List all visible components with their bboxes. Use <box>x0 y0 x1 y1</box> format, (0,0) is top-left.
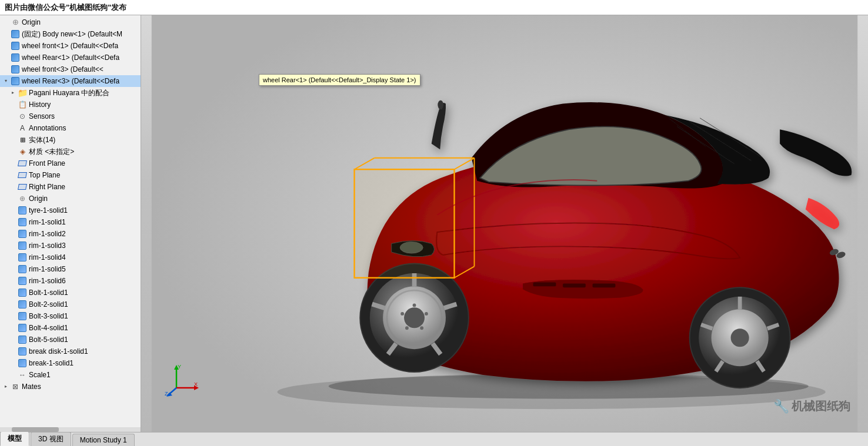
expand-icon-history <box>9 101 16 108</box>
item-icon-tyre-1-solid1 <box>18 206 27 215</box>
item-label-front-plane: Front Plane <box>29 158 65 169</box>
expand-icon-mates[interactable]: ▸ <box>2 383 9 390</box>
item-label-rim-1-solid2: rim-1-solid2 <box>29 229 66 239</box>
svg-rect-10 <box>593 283 616 287</box>
item-icon-body-new <box>11 29 20 39</box>
svg-point-24 <box>405 326 409 330</box>
axes-svg: Y X Z <box>165 361 200 397</box>
item-icon-right-plane <box>18 182 27 192</box>
expand-icon-solid14 <box>9 136 16 143</box>
expand-icon-top-plane <box>9 172 16 179</box>
svg-rect-36 <box>355 169 455 278</box>
car-svg <box>141 15 868 432</box>
item-icon-rim-1-solid5 <box>18 264 27 274</box>
svg-point-23 <box>420 326 423 330</box>
item-icon-pagani-config: 📁 <box>18 88 27 98</box>
tree-item-wheel-front3[interactable]: wheel front<3> (Default<< <box>0 63 141 75</box>
expand-icon-wheel-rear3[interactable]: ▾ <box>2 78 9 85</box>
item-label-rim-1-solid3: rim-1-solid3 <box>29 240 66 251</box>
tree-item-rim-1-solid4[interactable]: rim-1-solid4 <box>0 251 141 263</box>
tree-item-pagani-config[interactable]: ▸📁Pagani Huayara 中的配合 <box>0 87 141 99</box>
svg-point-11 <box>438 100 443 110</box>
tree-item-front-plane[interactable]: Front Plane <box>0 157 141 169</box>
item-label-rim-1-solid6: rim-1-solid6 <box>29 276 66 286</box>
horizontal-scrollbar[interactable] <box>0 427 141 432</box>
tree-item-bolt-3-solid1[interactable]: Bolt-3-solid1 <box>0 310 141 322</box>
item-label-bolt-5-solid1: Bolt-5-solid1 <box>29 334 68 345</box>
item-icon-rim-1-solid2 <box>18 229 27 239</box>
expand-icon-break-1-solid1 <box>9 360 16 367</box>
expand-icon-bolt-4-solid1 <box>9 324 16 331</box>
item-label-material: 材质 <未指定> <box>29 146 74 157</box>
tree-item-rim-1-solid2[interactable]: rim-1-solid2 <box>0 228 141 240</box>
main-area: ⊕Origin(固定) Body new<1> (Default<Mwheel … <box>0 15 868 432</box>
watermark-text: 机械图纸狗 <box>792 398 850 414</box>
tab-1[interactable]: 3D 视图 <box>31 432 71 446</box>
item-label-bolt-4-solid1: Bolt-4-solid1 <box>29 323 68 333</box>
item-label-break-1-solid1: break-1-solid1 <box>29 358 74 368</box>
tree-item-sensors[interactable]: ⊙Sensors <box>0 110 141 122</box>
item-icon-bolt-3-solid1 <box>18 311 27 321</box>
tree-item-rim-1-solid3[interactable]: rim-1-solid3 <box>0 240 141 251</box>
tree-item-history[interactable]: 📋History <box>0 99 141 110</box>
item-label-sensors: Sensors <box>29 111 55 122</box>
svg-rect-9 <box>563 283 586 287</box>
item-label-tyre-1-solid1: tyre-1-solid1 <box>29 205 68 216</box>
tree-item-rim-1-solid1[interactable]: rim-1-solid1 <box>0 216 141 228</box>
expand-icon-rim-1-solid4 <box>9 254 16 261</box>
tree-item-right-plane[interactable]: Right Plane <box>0 181 141 193</box>
svg-text:X: X <box>194 381 198 387</box>
expand-icon-rim-1-solid2 <box>9 230 16 237</box>
tree-item-bolt-4-solid1[interactable]: Bolt-4-solid1 <box>0 322 141 334</box>
tree-item-bolt-1-solid1[interactable]: Bolt-1-solid1 <box>0 287 141 299</box>
tab-2[interactable]: Motion Study 1 <box>72 434 135 446</box>
item-icon-break-disk-1-solid1 <box>18 347 27 356</box>
item-label-wheel-rear1: wheel Rear<1> (Default<<Defa <box>22 52 119 63</box>
feature-tree[interactable]: ⊕Origin(固定) Body new<1> (Default<Mwheel … <box>0 15 141 427</box>
top-banner: 图片由微信公众号"机械图纸狗"发布 <box>0 0 868 15</box>
expand-icon-pagani-config[interactable]: ▸ <box>9 89 16 96</box>
tree-item-mates[interactable]: ▸⊠Mates <box>0 381 141 393</box>
tree-item-scale1[interactable]: ↔Scale1 <box>0 369 141 381</box>
item-icon-material: ◈ <box>18 147 27 156</box>
tree-item-top-plane[interactable]: Top Plane <box>0 169 141 181</box>
item-icon-rim-1-solid3 <box>18 241 27 250</box>
tree-item-annotations[interactable]: AAnnotations <box>0 122 141 134</box>
item-label-bolt-3-solid1: Bolt-3-solid1 <box>29 311 68 321</box>
item-label-bolt-2-solid1: Bolt-2-solid1 <box>29 299 68 310</box>
tab-0[interactable]: 模型 <box>0 431 29 446</box>
tree-item-body-new[interactable]: (固定) Body new<1> (Default<M <box>0 28 141 40</box>
tree-item-rim-1-solid6[interactable]: rim-1-solid6 <box>0 275 141 287</box>
tree-item-origin2[interactable]: ⊕Origin <box>0 193 141 204</box>
tree-item-bolt-2-solid1[interactable]: Bolt-2-solid1 <box>0 299 141 310</box>
item-icon-bolt-4-solid1 <box>18 323 27 333</box>
tree-item-wheel-front1[interactable]: wheel front<1> (Default<<Defa <box>0 40 141 52</box>
tree-item-tyre-1-solid1[interactable]: tyre-1-solid1 <box>0 204 141 216</box>
tree-item-bolt-5-solid1[interactable]: Bolt-5-solid1 <box>0 334 141 346</box>
tree-item-rim-1-solid5[interactable]: rim-1-solid5 <box>0 263 141 275</box>
item-label-rim-1-solid4: rim-1-solid4 <box>29 252 66 263</box>
tree-item-solid14[interactable]: ⊞实体(14) <box>0 134 141 146</box>
viewport[interactable]: wheel Rear<1> (Default<<Default>_Display… <box>141 15 868 432</box>
tree-item-wheel-rear1[interactable]: wheel Rear<1> (Default<<Defa <box>0 52 141 63</box>
tree-item-wheel-rear3[interactable]: ▾wheel Rear<3> (Default<<Defa <box>0 75 141 87</box>
watermark-icon: 🔧 <box>773 399 789 414</box>
item-label-wheel-rear3: wheel Rear<3> (Default<<Defa <box>22 76 119 86</box>
expand-icon-right-plane <box>9 183 16 190</box>
expand-icon-bolt-5-solid1 <box>9 336 16 343</box>
item-icon-bolt-2-solid1 <box>18 300 27 309</box>
expand-icon-origin2 <box>9 195 16 202</box>
item-icon-mates: ⊠ <box>11 382 20 391</box>
tree-item-origin[interactable]: ⊕Origin <box>0 16 141 28</box>
tree-item-break-disk-1-solid1[interactable]: break disk-1-solid1 <box>0 346 141 357</box>
item-label-solid14: 实体(14) <box>29 135 55 145</box>
item-label-history: History <box>29 99 51 110</box>
expand-icon-rim-1-solid6 <box>9 277 16 284</box>
item-icon-break-1-solid1 <box>18 358 27 368</box>
tree-item-material[interactable]: ◈材质 <未指定> <box>0 146 141 157</box>
tree-item-break-1-solid1[interactable]: break-1-solid1 <box>0 357 141 369</box>
expand-icon-break-disk-1-solid1 <box>9 348 16 355</box>
expand-icon-rim-1-solid3 <box>9 242 16 249</box>
expand-icon-body-new <box>2 31 9 38</box>
item-icon-solid14: ⊞ <box>18 135 27 145</box>
